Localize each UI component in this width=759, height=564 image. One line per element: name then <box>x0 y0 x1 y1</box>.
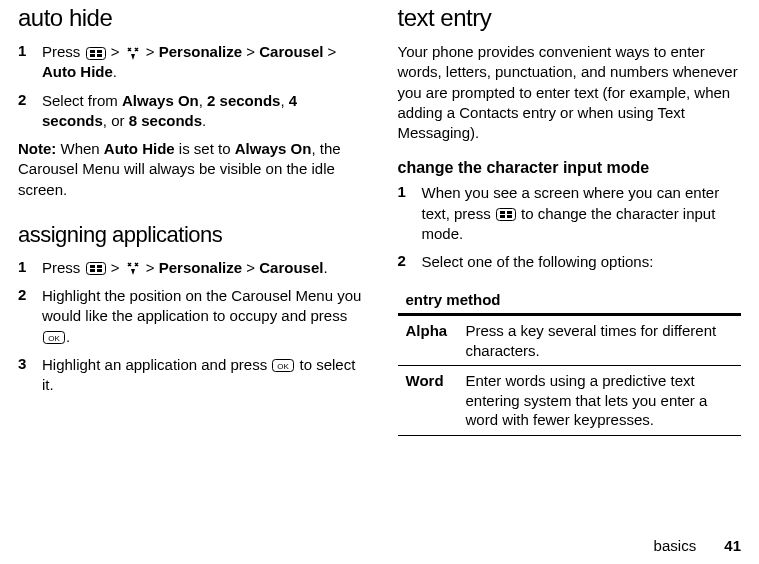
heading-text-entry: text entry <box>398 4 742 32</box>
text: > <box>246 43 259 60</box>
heading-change-input-mode: change the character input mode <box>398 159 742 177</box>
method-desc: Enter words using a predictive text ente… <box>458 366 742 436</box>
svg-rect-16 <box>507 211 512 214</box>
note-label: Note: <box>18 140 56 157</box>
step-body: Press > > Personalize > Carousel > Auto … <box>42 42 362 83</box>
step-number: 2 <box>18 286 28 347</box>
step-row: 1 Press > > Personalize > Carousel > Aut… <box>18 42 362 83</box>
step-number: 3 <box>18 355 28 396</box>
svg-text:OK: OK <box>278 362 290 371</box>
svg-rect-3 <box>90 54 95 57</box>
text: . <box>323 259 327 276</box>
text: When <box>56 140 104 157</box>
svg-rect-14 <box>496 209 515 221</box>
step-row: 1 When you see a screen where you can en… <box>398 183 742 244</box>
option-8-seconds: 8 seconds <box>129 112 202 129</box>
svg-rect-4 <box>97 54 102 57</box>
menu-personalize: Personalize <box>159 259 242 276</box>
method-name: Alpha <box>398 315 458 366</box>
settings-tools-icon <box>125 46 141 61</box>
text: , <box>199 92 207 109</box>
step-row: 1 Press > > Personalize > Carousel. <box>18 258 362 278</box>
text: Highlight the position on the Carousel M… <box>42 287 361 324</box>
term-auto-hide: Auto Hide <box>104 140 175 157</box>
svg-rect-5 <box>86 263 105 275</box>
ok-key-icon: OK <box>272 359 294 372</box>
menu-personalize: Personalize <box>159 43 242 60</box>
step-number: 1 <box>18 258 28 278</box>
text: is set to <box>175 140 235 157</box>
svg-rect-17 <box>500 215 505 218</box>
term-always-on: Always On <box>235 140 312 157</box>
step-number: 1 <box>398 183 408 244</box>
heading-assigning-applications: assigning applications <box>18 222 362 248</box>
text: . <box>202 112 206 129</box>
step-number: 2 <box>398 252 408 272</box>
step-body: Highlight an application and press OK to… <box>42 355 362 396</box>
text: > <box>111 43 124 60</box>
text: > <box>246 259 259 276</box>
step-row: 2 Highlight the position on the Carousel… <box>18 286 362 347</box>
text: > <box>146 43 159 60</box>
method-name: Word <box>398 366 458 436</box>
step-body: Select from Always On, 2 seconds, 4 seco… <box>42 91 362 132</box>
step-body: Press > > Personalize > Carousel. <box>42 258 362 278</box>
svg-rect-0 <box>86 47 105 59</box>
text: > <box>146 259 159 276</box>
table-header: entry method <box>398 286 742 315</box>
svg-rect-15 <box>500 211 505 214</box>
text: . <box>113 63 117 80</box>
ok-key-icon: OK <box>43 331 65 344</box>
note-paragraph: Note: When Auto Hide is set to Always On… <box>18 139 362 200</box>
step-body: When you see a screen where you can ente… <box>422 183 742 244</box>
svg-rect-7 <box>97 265 102 268</box>
left-column: auto hide 1 Press > > Personalize > Caro… <box>18 4 362 436</box>
svg-rect-2 <box>97 50 102 53</box>
step-number: 1 <box>18 42 28 83</box>
settings-tools-icon <box>125 261 141 276</box>
entry-method-table: entry method Alpha Press a key several t… <box>398 286 742 436</box>
svg-text:OK: OK <box>48 334 60 343</box>
menu-auto-hide: Auto Hide <box>42 63 113 80</box>
text: > <box>111 259 124 276</box>
section-name: basics <box>654 537 697 554</box>
right-column: text entry Your phone provides convenien… <box>398 4 742 436</box>
step-row: 2 Select one of the following options: <box>398 252 742 272</box>
option-always-on: Always On <box>122 92 199 109</box>
menu-carousel: Carousel <box>259 259 323 276</box>
step-body: Select one of the following options: <box>422 252 742 272</box>
option-2-seconds: 2 seconds <box>207 92 280 109</box>
text: Select from <box>42 92 122 109</box>
menu-carousel: Carousel <box>259 43 323 60</box>
menu-key-icon <box>496 208 516 221</box>
heading-auto-hide: auto hide <box>18 4 362 32</box>
page-number: 41 <box>724 537 741 554</box>
svg-rect-6 <box>90 265 95 268</box>
svg-rect-8 <box>90 269 95 272</box>
text: , or <box>103 112 129 129</box>
svg-rect-18 <box>507 215 512 218</box>
table-row: Alpha Press a key several times for diff… <box>398 315 742 366</box>
text: , <box>280 92 288 109</box>
text: . <box>66 328 70 345</box>
step-row: 3 Highlight an application and press OK … <box>18 355 362 396</box>
intro-paragraph: Your phone provides convenient ways to e… <box>398 42 742 143</box>
text: Press <box>42 43 85 60</box>
step-body: Highlight the position on the Carousel M… <box>42 286 362 347</box>
step-number: 2 <box>18 91 28 132</box>
menu-key-icon <box>86 47 106 60</box>
page-columns: auto hide 1 Press > > Personalize > Caro… <box>18 0 741 436</box>
text: Highlight an application and press <box>42 356 271 373</box>
page-footer: basics 41 <box>654 537 741 554</box>
text: > <box>328 43 337 60</box>
step-row: 2 Select from Always On, 2 seconds, 4 se… <box>18 91 362 132</box>
method-desc: Press a key several times for different … <box>458 315 742 366</box>
text: Press <box>42 259 85 276</box>
svg-rect-1 <box>90 50 95 53</box>
svg-rect-9 <box>97 269 102 272</box>
menu-key-icon <box>86 262 106 275</box>
table-row: Word Enter words using a predictive text… <box>398 366 742 436</box>
